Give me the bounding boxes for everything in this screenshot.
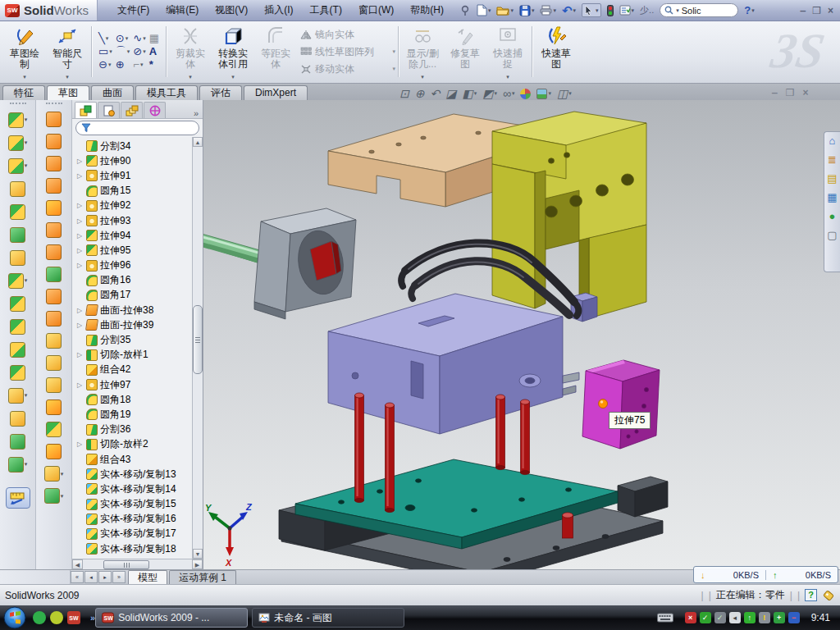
- tree-item[interactable]: 实体-移动/复制14: [75, 482, 203, 496]
- section-view-icon[interactable]: ◪ ▾: [445, 87, 456, 100]
- quick-tips-button[interactable]: ?: [805, 589, 817, 601]
- tree-item[interactable]: 拉伸95: [75, 243, 203, 258]
- tree-item[interactable]: 拉伸94: [75, 228, 203, 243]
- polygon-tool[interactable]: ⊕: [116, 59, 130, 71]
- previous-view-icon[interactable]: ↶ ▾: [430, 87, 440, 100]
- solidworks-resources-icon[interactable]: ⌂: [829, 135, 836, 147]
- print-icon[interactable]: ▾: [540, 5, 556, 16]
- expand-arrow-icon[interactable]: [75, 262, 84, 269]
- spline-tool[interactable]: ∿▾: [133, 33, 145, 44]
- trim-entities-button[interactable]: 剪裁实体 ▾: [169, 23, 212, 80]
- split-body-icon[interactable]: ▾: [10, 292, 25, 315]
- propertymanager-tab[interactable]: [98, 102, 120, 118]
- command-tab[interactable]: 曲面: [91, 85, 134, 100]
- toolbar-overflow[interactable]: 少..: [640, 4, 654, 16]
- menu-item[interactable]: 视图(V): [207, 0, 256, 21]
- edit-appearance-icon[interactable]: ▾: [520, 89, 531, 99]
- delete-face-icon[interactable]: ▾: [46, 330, 62, 352]
- command-tab[interactable]: DimXpert: [244, 85, 308, 100]
- tree-item[interactable]: 拉伸97: [75, 377, 203, 392]
- zoom-to-area-icon[interactable]: ⊕ ▾: [415, 87, 425, 100]
- scrollbar-thumb[interactable]: [103, 560, 149, 569]
- view-palette-icon[interactable]: ▦: [827, 192, 837, 203]
- tag-icon[interactable]: [822, 589, 835, 602]
- sketch-button[interactable]: 草图绘制 ▾: [3, 23, 46, 80]
- upload-arrow-icon[interactable]: ↑: [744, 612, 756, 623]
- help-button[interactable]: ?▾: [744, 4, 754, 16]
- doc-close-button[interactable]: ×: [802, 87, 808, 98]
- tree-item[interactable]: 实体-移动/复制13: [75, 467, 203, 482]
- save-icon[interactable]: ▾: [519, 5, 535, 16]
- close-button[interactable]: ×: [824, 5, 837, 16]
- indent-icon[interactable]: ▾: [46, 175, 62, 197]
- next-tab-button[interactable]: ▸: [98, 571, 112, 583]
- freeform-icon[interactable]: ▾: [46, 197, 62, 219]
- network-warning-icon[interactable]: !: [759, 612, 770, 623]
- tree-item[interactable]: 拉伸90: [75, 153, 203, 168]
- text-tool[interactable]: A: [149, 46, 159, 57]
- tree-item[interactable]: 曲面-拉伸38: [75, 303, 203, 317]
- extruded-boss-icon[interactable]: ▾: [8, 108, 28, 131]
- tree-horizontal-scrollbar[interactable]: ◀ ▶: [72, 559, 203, 569]
- pin-icon[interactable]: [460, 5, 471, 16]
- command-tab[interactable]: 评估: [199, 85, 242, 100]
- view-settings-icon[interactable]: ◫ ▾: [557, 87, 572, 100]
- helix-spiral-icon[interactable]: ▾: [46, 263, 62, 285]
- expand-arrow-icon[interactable]: [75, 441, 84, 448]
- tree-vertical-scrollbar[interactable]: ▲ ▼: [192, 137, 203, 559]
- custom-properties-icon[interactable]: ▢: [827, 230, 837, 241]
- toolbar-grip[interactable]: [46, 103, 62, 106]
- reference-point-2-icon[interactable]: ▾: [44, 463, 64, 485]
- tree-item[interactable]: 圆角17: [75, 288, 203, 303]
- tree-item[interactable]: 拉伸92: [75, 199, 203, 213]
- planar-surface-icon[interactable]: ▾: [46, 241, 62, 263]
- open-icon[interactable]: ▾: [496, 5, 514, 16]
- document-tab[interactable]: 运动算例 1: [169, 570, 236, 584]
- offset-entities-button[interactable]: 等距实体: [254, 23, 297, 80]
- curved-bend-icon[interactable]: ▾: [46, 308, 62, 330]
- sync-blocked-icon[interactable]: −: [788, 612, 800, 623]
- security-ball-icon[interactable]: [50, 611, 63, 624]
- expand-arrow-icon[interactable]: [75, 158, 84, 165]
- tree-item[interactable]: 分割34: [75, 139, 203, 153]
- tree-item[interactable]: 圆角19: [75, 407, 203, 422]
- taskbar-clock[interactable]: 9:41: [811, 612, 830, 623]
- wrap-icon[interactable]: ▾: [10, 246, 25, 269]
- graphics-viewport[interactable]: Y Z X: [203, 100, 840, 569]
- search-input[interactable]: ▾ Solic: [660, 3, 738, 17]
- pattern-tool[interactable]: ▦: [149, 33, 159, 44]
- thicken-icon[interactable]: ▾: [46, 285, 62, 308]
- messenger-icon[interactable]: [33, 611, 46, 624]
- draft-icon[interactable]: ▾: [10, 223, 25, 246]
- reference-axis-icon[interactable]: ▾: [10, 430, 25, 453]
- scrollbar-thumb[interactable]: [193, 305, 203, 374]
- repair-sketch-button[interactable]: 修复草图: [444, 23, 486, 80]
- flex-icon[interactable]: ▾: [46, 108, 62, 130]
- defender-shield-icon[interactable]: ✓: [700, 612, 711, 623]
- expand-arrow-icon[interactable]: [75, 172, 84, 180]
- shell-icon[interactable]: ▾: [10, 200, 25, 223]
- taskbar-task-solidworks[interactable]: SW SolidWorks 2009 - ...: [95, 608, 248, 628]
- file-explorer-icon[interactable]: ▤: [827, 173, 837, 185]
- tree-item[interactable]: 分割35: [75, 332, 203, 347]
- move-entities-button[interactable]: 移动实体 ▾: [300, 62, 395, 76]
- expand-arrow-icon[interactable]: [75, 202, 84, 209]
- dome-icon[interactable]: ▾: [46, 153, 62, 175]
- combine-icon[interactable]: ▾: [10, 338, 25, 361]
- smart-dimension-button[interactable]: 智能尺寸 ▾: [46, 23, 89, 80]
- reference-point-icon[interactable]: ▾: [8, 384, 28, 407]
- linear-pattern-icon[interactable]: ▾: [8, 269, 28, 292]
- point-tool[interactable]: *: [149, 59, 159, 71]
- display-delete-relations-button[interactable]: 显示/删除几... ▾: [401, 23, 444, 80]
- line-tool[interactable]: ╲▾: [98, 33, 112, 44]
- extruded-surface-icon[interactable]: ▾: [46, 441, 62, 463]
- mirror-entities-button[interactable]: 镜向实体: [300, 28, 395, 42]
- tree-item[interactable]: 实体-移动/复制17: [75, 527, 203, 541]
- display-style-icon[interactable]: ◩ ▾: [482, 87, 497, 100]
- tree-item[interactable]: 实体-移动/复制15: [75, 497, 203, 512]
- ellipse-tool[interactable]: ⊘▾: [133, 46, 145, 57]
- instant3d-button[interactable]: [6, 487, 30, 509]
- fillet-icon[interactable]: ▾: [8, 154, 28, 177]
- dropdown-icon[interactable]: ▾: [393, 66, 396, 72]
- antivirus-shield-icon[interactable]: ×: [685, 612, 696, 623]
